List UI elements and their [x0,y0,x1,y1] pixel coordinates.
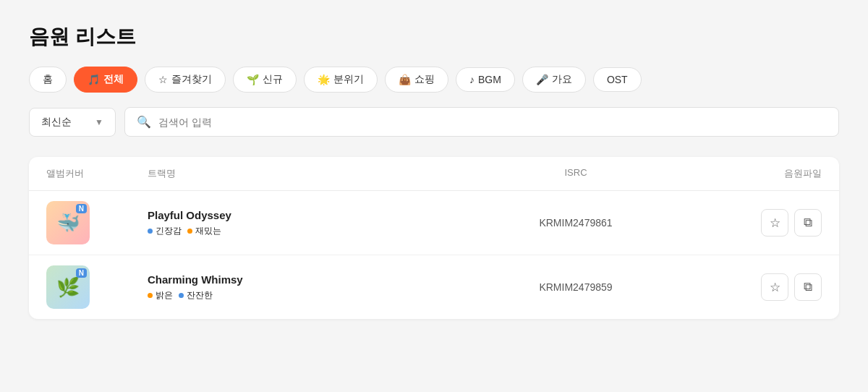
track-info-2: Charming Whimsy 밝은 잔잔한 [148,273,475,302]
sort-dropdown[interactable]: 최신순 ▼ [29,108,116,137]
action-buttons-1: ☆ ⧉ [677,209,822,237]
tab-ost[interactable]: OST [593,67,642,92]
copy-icon-1: ⧉ [804,216,812,230]
tab-shopping-label: 쇼핑 [414,73,435,86]
tab-mood-label: 분위기 [333,73,364,86]
chevron-down-icon: ▼ [95,117,103,127]
track-tags-2: 밝은 잔잔한 [148,289,475,302]
tab-bgm-label: BGM [478,74,501,85]
music-table: 앨범커버 트랙명 ISRC 음원파일 🐳 N Playful Odyssey 긴… [29,157,839,319]
sort-label: 최신순 [41,116,72,129]
tab-all-icon: 🎵 [88,74,100,85]
search-input[interactable] [158,116,827,128]
star-button-2[interactable]: ☆ [761,273,788,301]
tab-favorites-icon: ☆ [158,74,168,85]
copy-button-1[interactable]: ⧉ [794,209,822,237]
tab-favorites-label: 즐겨찾기 [171,73,212,86]
tab-home[interactable]: 홈 [29,67,67,93]
tag-dot-1-2 [187,229,192,234]
col-isrc: ISRC [475,167,677,180]
col-cover: 앨범커버 [46,167,148,180]
star-icon-1: ☆ [770,216,780,231]
tab-mood[interactable]: 🌟 분위기 [304,67,378,93]
page-title: 음원 리스트 [29,23,839,51]
track-name-1: Playful Odyssey [148,209,475,221]
tab-kpop[interactable]: 🎤 가요 [522,67,586,93]
track-info-1: Playful Odyssey 긴장감 재밌는 [148,209,475,237]
tag-2-2: 잔잔한 [179,289,213,302]
tag-label-2-1: 밝은 [156,289,173,302]
col-track: 트랙명 [148,167,475,180]
star-button-1[interactable]: ☆ [761,209,788,237]
isrc-1: KRMIM2479861 [475,217,677,229]
tag-dot-1-1 [148,229,153,234]
tag-dot-2-1 [148,293,153,298]
track-tags-1: 긴장감 재밌는 [148,225,475,237]
table-row: 🌿 N Charming Whimsy 밝은 잔잔한 KRMIM2479859 [29,255,839,319]
tab-new-icon: 🌱 [247,74,259,85]
tag-2-1: 밝은 [148,289,173,302]
tag-label-1-1: 긴장감 [156,225,182,237]
n-badge-2: N [76,268,87,278]
tag-label-1-2: 재밌는 [195,225,221,237]
album-emoji-2: 🌿 [56,276,80,299]
search-icon: 🔍 [137,115,151,129]
tab-new-label: 신규 [263,73,283,86]
tab-kpop-icon: 🎤 [536,74,548,85]
filter-search-row: 최신순 ▼ 🔍 [29,107,839,137]
tag-label-2-2: 잔잔한 [187,289,213,302]
album-cover-2: 🌿 N [46,265,90,309]
copy-icon-2: ⧉ [804,280,812,294]
tag-1-1: 긴장감 [148,225,182,237]
table-header: 앨범커버 트랙명 ISRC 음원파일 [29,157,839,191]
track-name-2: Charming Whimsy [148,273,475,286]
action-buttons-2: ☆ ⧉ [677,273,822,301]
tab-favorites[interactable]: ☆ 즐겨찾기 [145,67,226,93]
album-emoji-1: 🐳 [56,212,80,234]
tab-all[interactable]: 🎵 전체 [74,67,137,93]
tag-dot-2-2 [179,293,184,298]
tab-all-label: 전체 [103,73,124,86]
star-icon-2: ☆ [770,280,780,295]
tab-bgm[interactable]: ♪ BGM [456,67,515,92]
isrc-2: KRMIM2479859 [475,281,677,293]
tab-new[interactable]: 🌱 신규 [233,67,297,93]
tab-mood-icon: 🌟 [318,74,330,85]
col-file: 음원파일 [677,167,822,180]
table-row: 🐳 N Playful Odyssey 긴장감 재밌는 KRMIM2479861 [29,191,839,255]
copy-button-2[interactable]: ⧉ [794,273,822,301]
album-cover-1: 🐳 N [46,201,90,244]
tab-bgm-icon: ♪ [469,74,475,85]
search-box: 🔍 [124,107,839,137]
tab-kpop-label: 가요 [552,73,572,86]
n-badge-1: N [76,204,87,213]
tab-shopping[interactable]: 👜 쇼핑 [385,67,448,93]
tag-1-2: 재밌는 [187,225,221,237]
tab-shopping-icon: 👜 [399,74,411,85]
tab-bar: 홈 🎵 전체 ☆ 즐겨찾기 🌱 신규 🌟 분위기 👜 쇼핑 ♪ BGM 🎤 가요 [29,67,839,93]
